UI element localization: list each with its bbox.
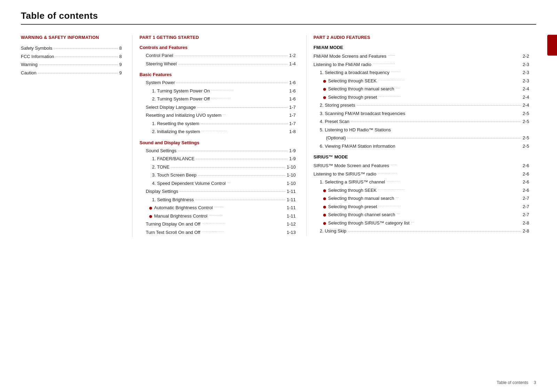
dots: ················ (373, 61, 521, 67)
entry-page: 2-8 (523, 220, 529, 227)
bullet-icon (323, 189, 326, 192)
entry-label: Steering Wheel (146, 60, 177, 67)
list-item: 1. FADER/BALANCE 1-9 (140, 155, 296, 162)
entry-label: (Optional) (326, 134, 346, 141)
entry-page: 2-8 (523, 228, 529, 235)
entry-page: 2-3 (523, 69, 529, 76)
dots (178, 151, 288, 151)
entry-page: 1-12 (287, 221, 296, 228)
entry-label: Caution (21, 70, 37, 76)
bullet-icon (323, 96, 326, 99)
list-item: 5. Listening to HD Radio™ Stations (313, 126, 529, 133)
list-item: 4. Preset Scan 2-5 (313, 118, 529, 125)
entry-page: 2-7 (523, 195, 529, 202)
entry-page: 1-10 (287, 172, 296, 179)
list-item: 1. Selecting a broadcast frequency ·····… (313, 69, 529, 76)
list-item: Resetting and Initializing UVO system ··… (140, 112, 296, 119)
list-item: Display Settings 1-11 (140, 188, 296, 195)
entry-page: 1-9 (289, 155, 296, 162)
entry-page: 2-7 (523, 211, 529, 218)
dots: ·················· (201, 128, 288, 134)
page-header: Table of contents (21, 10, 536, 25)
dots: ················ (379, 203, 521, 209)
subsection-sound: Sound and Display Settings (140, 140, 296, 145)
entry-page: 2-6 (523, 162, 529, 169)
list-item: Caution 9 (21, 70, 122, 76)
entry-label: System Power (146, 79, 175, 86)
dots (175, 56, 288, 56)
dots: ··················· (378, 77, 521, 83)
dots (195, 200, 285, 200)
entry-label: Selecting through preset (328, 94, 377, 101)
entry-label: Selecting through SIRIUS™ category list (328, 220, 409, 227)
page-footer: Table of contents 3 (497, 380, 536, 385)
entry-page: 1-11 (287, 196, 296, 203)
bullet-icon (323, 88, 326, 91)
entry-label: Selecting through SEEK (328, 77, 376, 84)
entry-label: 1. Turning System Power On (152, 88, 210, 95)
dots (178, 64, 288, 64)
list-item: Safety Symbols 8 (21, 45, 122, 52)
bullet-icon (323, 197, 326, 200)
subsection-controls: Controls and Features (140, 45, 296, 50)
entry-label: 1. Selecting a SIRIUS™ channel (320, 179, 385, 186)
entry-label: Selecting through manual search (328, 85, 394, 92)
entry-label: SIRIUS™ Mode Screen and Features (313, 162, 389, 169)
entry-page: 2-6 (523, 171, 529, 178)
col-part2: PART 2 AUDIO FEATURES FM/AM MODE FM/AM M… (306, 35, 536, 236)
entry-page: 1-6 (289, 88, 296, 95)
dots (196, 159, 288, 159)
entry-label: 4. Speed Dependent Volume Control (152, 180, 226, 187)
dots (39, 65, 118, 65)
entry-page: 2-6 (523, 179, 529, 186)
list-item: 1. Setting Brightness 1-11 (140, 196, 296, 203)
entry-label: Sound Settings (146, 147, 176, 154)
entry-label: Turn Text Scroll On and Off (146, 229, 200, 236)
entry-page: 1-11 (287, 213, 296, 220)
entry-page: 1-2 (289, 52, 296, 59)
col-part1: PART 1 GETTING STARTED Controls and Feat… (132, 35, 306, 237)
entry-label: 1. FADER/BALANCE (152, 155, 194, 162)
list-item: 2. Initializing the system ·············… (140, 128, 296, 135)
entry-label: Listening to the SIRIUS™ radio (313, 171, 376, 178)
dots: ················· (202, 220, 285, 226)
dots (55, 57, 118, 57)
columns: WARNING & SAFETY INFORMATION Safety Symb… (21, 35, 536, 237)
entry-label: 6. Viewing FM/AM Station information (320, 143, 395, 150)
col-warning: WARNING & SAFETY INFORMATION Safety Symb… (21, 35, 132, 77)
list-item: Automatic Brightness Control ········· 1… (140, 204, 296, 211)
entry-page: 2-3 (523, 61, 529, 68)
list-item: 2. TONE 1-10 (140, 164, 296, 171)
entry-label: Selecting through channel search (328, 211, 395, 218)
entry-label: 1. Resetting the system (152, 120, 199, 127)
entry-page: 9 (119, 61, 122, 68)
entry-label: Control Panel (146, 52, 173, 59)
footer-page: 3 (534, 380, 536, 385)
list-item: 1. Selecting a SIRIUS™ channel ·········… (313, 179, 529, 186)
dots: ·············· (378, 170, 522, 176)
bullet-icon (323, 80, 326, 83)
list-item: 1. Resetting the system 1-7 (140, 120, 296, 127)
entry-page: 8 (119, 53, 122, 60)
col1-heading: WARNING & SAFETY INFORMATION (21, 35, 122, 40)
entry-label: 3. Scanning FM/AM broadcast frequencies (320, 110, 405, 117)
list-item: 4. Speed Dependent Volume Control ··· 1-… (140, 180, 296, 187)
entry-page: 2-2 (523, 53, 529, 60)
dots: ················ (211, 87, 288, 93)
entry-label: Selecting through preset (328, 203, 377, 210)
entry-page: 1-11 (287, 204, 296, 211)
entry-page: 1-6 (289, 96, 296, 103)
entry-label: FCC Information (21, 53, 54, 60)
list-item: 2. Using Skip 2-8 (313, 228, 529, 235)
list-item: FCC Information 8 (21, 53, 122, 60)
dots (171, 167, 285, 168)
list-item: (Optional) 2-5 (313, 134, 529, 141)
entry-label: 1. Setting Brightness (152, 196, 194, 203)
sirius-mode-heading: SIRIUS™ MODE (313, 154, 529, 160)
entry-label: Selecting through manual search (328, 195, 394, 202)
entry-label: 2. Turning System Power Off (152, 96, 210, 103)
entry-label: Select Display Language (146, 104, 196, 111)
bullet-icon (323, 222, 326, 225)
list-item: Steering Wheel 1-4 (140, 60, 296, 67)
list-item: Selecting through SEEK ·················… (313, 187, 529, 194)
